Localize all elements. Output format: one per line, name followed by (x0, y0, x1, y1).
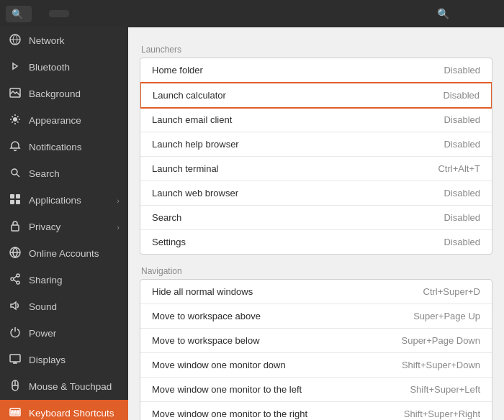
hamburger-button[interactable] (36, 11, 45, 17)
shortcut-key: Shift+Super+Left (410, 384, 480, 395)
shortcut-key: Disabled (444, 212, 480, 223)
appearance-icon (9, 114, 22, 127)
sidebar-item-displays[interactable]: Displays (0, 347, 128, 373)
shortcut-name: Launch help browser (152, 139, 444, 150)
svg-rect-6 (10, 194, 14, 198)
sidebar-label-bluetooth: Bluetooth (29, 62, 120, 73)
reset-all-button[interactable] (49, 10, 69, 17)
shortcut-row[interactable]: Move to workspace belowSuper+Page Down (140, 329, 492, 353)
sidebar-label-applications: Applications (29, 195, 109, 206)
shortcut-row[interactable]: Launch email clientDisabled (140, 108, 492, 132)
shortcut-name: Move window one monitor to the right (152, 408, 404, 419)
shortcut-row[interactable]: Launch help browserDisabled (140, 132, 492, 157)
shortcut-key: Super+Page Up (413, 311, 480, 321)
svg-rect-10 (12, 225, 19, 231)
shortcut-row[interactable]: Move window one monitor to the leftShift… (140, 378, 492, 402)
svg-line-17 (14, 280, 17, 282)
sidebar-label-appearance: Appearance (29, 115, 120, 126)
close-button[interactable] (487, 11, 498, 17)
svg-point-13 (17, 274, 19, 277)
sidebar-item-privacy[interactable]: Privacy› (0, 214, 128, 240)
sidebar-item-notifications[interactable]: Notifications (0, 134, 128, 160)
titlebar-search-btn2[interactable]: 🔍 (431, 5, 455, 22)
sidebar-item-network[interactable]: Network (0, 27, 128, 54)
svg-rect-29 (17, 413, 19, 414)
applications-icon (9, 193, 22, 207)
sidebar-label-mouse-touchpad: Mouse & Touchpad (29, 381, 120, 392)
section-title-navigation: Navigation (140, 266, 492, 276)
titlebar-right: 🔍 (369, 5, 498, 22)
shortcut-row[interactable]: Move to workspace aboveSuper+Page Up (140, 304, 492, 329)
sound-icon (9, 300, 22, 314)
shortcut-name: Launch terminal (152, 163, 438, 174)
shortcut-row[interactable]: SettingsDisabled (140, 230, 492, 254)
shortcut-name: Move window one monitor to the left (152, 384, 410, 395)
sidebar-label-sharing: Sharing (29, 275, 120, 286)
sidebar-label-notifications: Notifications (29, 142, 120, 152)
sidebar-item-applications[interactable]: Applications› (0, 187, 128, 214)
shortcut-row[interactable]: Launch terminalCtrl+Alt+T (140, 157, 492, 181)
sidebar-item-sharing[interactable]: Sharing (0, 267, 128, 293)
svg-rect-7 (16, 194, 20, 198)
minimize-button[interactable] (458, 11, 469, 17)
shortcut-key: Ctrl+Alt+T (438, 163, 480, 174)
sidebar-item-search[interactable]: Search (0, 160, 128, 187)
shortcut-key: Disabled (444, 188, 480, 198)
shortcuts-table-navigation: Hide all normal windowsCtrl+Super+DMove … (140, 279, 492, 420)
online-accounts-icon (9, 247, 22, 260)
shortcut-key: Super+Page Down (402, 335, 481, 346)
shortcut-row[interactable]: Launch calculatorDisabled (140, 82, 492, 109)
sidebar-item-online-accounts[interactable]: Online Accounts (0, 240, 128, 267)
shortcut-name: Launch calculator (153, 90, 443, 101)
shortcut-name: Hide all normal windows (152, 286, 423, 297)
sidebar-item-bluetooth[interactable]: Bluetooth (0, 54, 128, 81)
notifications-icon (9, 140, 22, 154)
titlebar-left: 🔍 (6, 6, 135, 22)
svg-point-3 (13, 117, 17, 122)
svg-rect-8 (10, 200, 14, 204)
sidebar-item-appearance[interactable]: Appearance (0, 107, 128, 134)
sidebar-arrow-applications: › (117, 196, 120, 205)
svg-line-5 (17, 174, 19, 177)
shortcut-name: Settings (152, 237, 444, 247)
svg-point-14 (11, 278, 14, 280)
sidebar-item-sound[interactable]: Sound (0, 293, 128, 320)
privacy-icon (9, 220, 22, 234)
sidebar-item-power[interactable]: Power (0, 320, 128, 347)
shortcut-name: Search (152, 212, 444, 223)
keyboard-shortcuts-icon (9, 406, 22, 420)
shortcut-key: Disabled (444, 237, 480, 247)
shortcut-row[interactable]: Move window one monitor to the rightShif… (140, 402, 492, 420)
sidebar-label-power: Power (29, 328, 120, 339)
svg-point-15 (17, 281, 19, 284)
shortcut-row[interactable]: SearchDisabled (140, 206, 492, 230)
shortcut-row[interactable]: Home folderDisabled (140, 58, 492, 83)
shortcut-key: Shift+Super+Right (404, 408, 480, 419)
sidebar-label-search: Search (29, 168, 120, 179)
search-icon: 🔍 (12, 9, 23, 19)
maximize-button[interactable] (472, 11, 484, 17)
sidebar-item-keyboard-shortcuts[interactable]: Keyboard Shortcuts (0, 400, 128, 420)
svg-rect-9 (16, 200, 20, 204)
titlebar-search-button[interactable]: 🔍 (6, 6, 32, 22)
shortcut-key: Disabled (444, 114, 480, 125)
search-icon2: 🔍 (437, 8, 449, 19)
sidebar-label-privacy: Privacy (29, 222, 109, 232)
sidebar-item-background[interactable]: Background (0, 81, 128, 107)
shortcuts-table-launchers: Home folderDisabledLaunch calculatorDisa… (140, 58, 492, 255)
svg-rect-28 (12, 413, 15, 414)
shortcut-row[interactable]: Launch web browserDisabled (140, 181, 492, 206)
shortcut-key: Disabled (444, 139, 480, 150)
svg-rect-27 (17, 411, 19, 412)
shortcut-name: Move to workspace above (152, 311, 413, 321)
svg-rect-25 (12, 411, 13, 412)
sidebar-label-online-accounts: Online Accounts (29, 248, 120, 259)
shortcut-row[interactable]: Hide all normal windowsCtrl+Super+D (140, 280, 492, 304)
sidebar-item-mouse-touchpad[interactable]: Mouse & Touchpad (0, 373, 128, 400)
content-area: LaunchersHome folderDisabledLaunch calcu… (128, 27, 504, 420)
svg-line-16 (14, 276, 17, 278)
shortcut-row[interactable]: Move window one monitor downShift+Super+… (140, 353, 492, 378)
shortcut-name: Move to workspace below (152, 335, 402, 346)
shortcut-name: Launch email client (152, 114, 444, 125)
section-title-launchers: Launchers (140, 45, 492, 55)
